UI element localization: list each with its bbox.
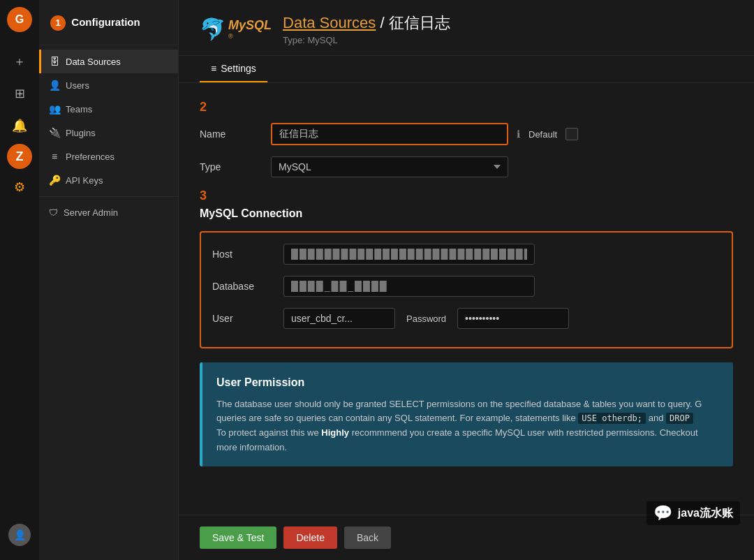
page-subtitle: Type: MySQL xyxy=(283,35,450,45)
user-avatar[interactable]: 👤 xyxy=(8,524,31,546)
name-row: Name ℹ Default xyxy=(200,123,733,145)
default-checkbox[interactable] xyxy=(566,128,578,140)
dashboard-icon-btn[interactable]: ⊞ xyxy=(6,80,34,108)
sidebar-panel: 1 Configuration 🗄 Data Sources 👤 Users 👥… xyxy=(39,0,179,560)
highly-text: Highly xyxy=(321,427,349,438)
permission-title: User Permission xyxy=(216,374,719,392)
type-label: Type xyxy=(200,161,263,172)
sidebar-item-teams[interactable]: 👥 Teams xyxy=(39,97,178,121)
sidebar-item-users[interactable]: 👤 Users xyxy=(39,73,178,97)
page-header: 🐬 MySQL ® Data Sources / 征信日志 Type: MySQ… xyxy=(179,0,754,56)
permission-text: The database user should only be granted… xyxy=(216,397,719,455)
add-button[interactable]: ＋ xyxy=(6,47,34,75)
info-icon[interactable]: ℹ xyxy=(517,128,520,140)
password-input[interactable] xyxy=(457,308,569,329)
name-input-wrapper xyxy=(271,123,508,145)
sidebar-item-api-keys[interactable]: 🔑 API Keys xyxy=(39,168,178,192)
page-title-area: Data Sources / 征信日志 Type: MySQL xyxy=(283,13,450,45)
user-icon: 👤 xyxy=(49,80,60,91)
shield-icon: 🛡 xyxy=(49,207,58,218)
connection-box: Host Database User Password xyxy=(200,231,733,348)
back-button[interactable]: Back xyxy=(344,526,391,549)
sidebar-item-plugins[interactable]: 🔌 Plugins xyxy=(39,121,178,145)
delete-button[interactable]: Delete xyxy=(283,526,337,549)
plugins-icon: 🔌 xyxy=(49,127,60,138)
mysql-logo-sub: ® xyxy=(228,33,272,40)
app-logo[interactable]: G xyxy=(7,7,32,32)
database-label: Database xyxy=(212,281,275,292)
sidebar-item-preferences[interactable]: ≡ Preferences xyxy=(39,145,178,168)
user-label: User xyxy=(212,313,275,324)
connection-section-title: MySQL Connection xyxy=(200,207,733,220)
alerts-icon-btn[interactable]: 🔔 xyxy=(6,112,34,140)
wechat-icon: 💬 xyxy=(653,504,672,522)
sidebar-title: 1 Configuration xyxy=(39,7,178,45)
sidebar-divider xyxy=(39,196,178,197)
step-1-badge: 1 xyxy=(50,15,66,31)
mysql-logo-text: MySQL xyxy=(228,18,272,33)
api-keys-icon: 🔑 xyxy=(49,175,60,186)
step-2-badge: 2 xyxy=(200,100,733,115)
settings-tab-icon: ≡ xyxy=(211,63,216,74)
z-badge-btn[interactable]: Z xyxy=(7,144,32,169)
icon-bar: G ＋ ⊞ 🔔 Z ⚙ 👤 xyxy=(0,0,39,560)
tabs-bar: ≡ Settings xyxy=(179,56,754,83)
password-label: Password xyxy=(404,314,449,324)
permission-box: User Permission The database user should… xyxy=(200,362,733,466)
sidebar-item-server-admin[interactable]: 🛡 Server Admin xyxy=(39,201,178,224)
watermark: 💬 java流水账 xyxy=(646,501,740,525)
code-drop: DROP xyxy=(666,413,693,424)
main-content: 🐬 MySQL ® Data Sources / 征信日志 Type: MySQ… xyxy=(179,0,754,560)
preferences-icon: ≡ xyxy=(49,151,60,162)
content-area: 2 Name ℹ Default Type MySQL PostgreSQL I… xyxy=(179,83,754,515)
type-row: Type MySQL PostgreSQL InfluxDB Elasticse… xyxy=(200,156,733,177)
configuration-icon-btn[interactable]: ⚙ xyxy=(6,173,34,201)
tab-settings[interactable]: ≡ Settings xyxy=(200,56,267,82)
type-select[interactable]: MySQL PostgreSQL InfluxDB Elasticsearch xyxy=(271,156,508,177)
host-input[interactable] xyxy=(283,244,535,265)
step-3-badge: 3 xyxy=(200,189,733,203)
database-input[interactable] xyxy=(283,276,535,297)
user-password-row: User Password xyxy=(212,308,720,329)
sidebar-item-data-sources[interactable]: 🗄 Data Sources xyxy=(39,50,178,73)
teams-icon: 👥 xyxy=(49,103,60,115)
database-row: Database xyxy=(212,276,720,297)
code-use-otherdb: USE otherdb; xyxy=(578,413,646,424)
breadcrumb-link[interactable]: Data Sources xyxy=(283,14,376,31)
database-icon: 🗄 xyxy=(49,56,60,67)
save-test-button[interactable]: Save & Test xyxy=(200,526,276,549)
mysql-logo: 🐬 MySQL ® xyxy=(200,17,272,41)
user-input[interactable] xyxy=(283,308,395,329)
host-row: Host xyxy=(212,244,720,265)
default-label: Default xyxy=(528,129,557,140)
page-title: Data Sources / 征信日志 xyxy=(283,13,450,34)
mysql-dolphin-icon: 🐬 xyxy=(200,17,226,41)
name-label: Name xyxy=(200,128,263,140)
host-label: Host xyxy=(212,249,275,260)
name-input[interactable] xyxy=(272,124,507,144)
